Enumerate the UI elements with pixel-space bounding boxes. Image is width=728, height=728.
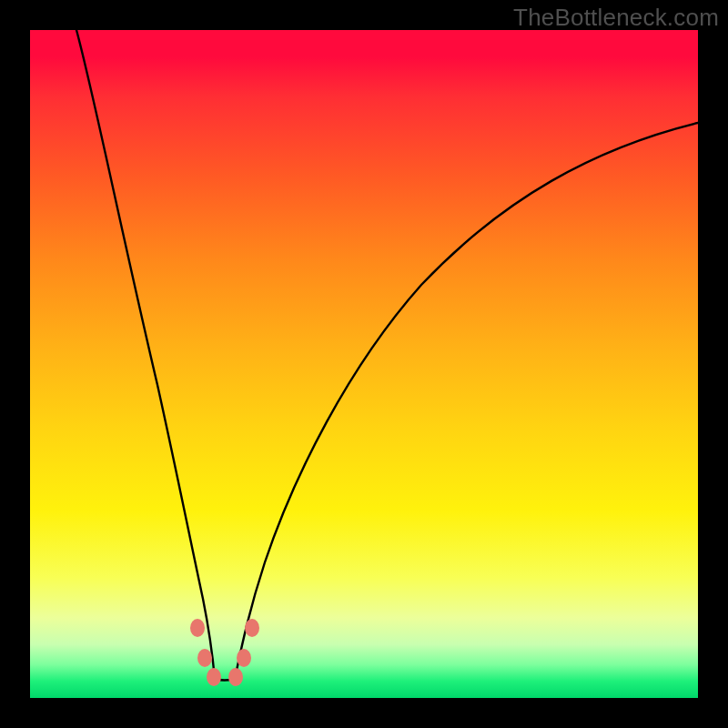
marker-dot	[228, 668, 243, 686]
marker-dot	[197, 649, 212, 667]
plot-area	[30, 30, 698, 698]
marker-dot	[207, 668, 221, 686]
marker-dot	[190, 619, 205, 637]
curve-right	[235, 123, 698, 679]
marker-dot	[237, 649, 251, 667]
marker-group	[190, 619, 259, 686]
curve-left	[76, 30, 215, 679]
bottleneck-curve	[30, 30, 698, 698]
watermark-text: TheBottleneck.com	[513, 4, 719, 32]
marker-dot	[245, 619, 259, 637]
chart-frame: TheBottleneck.com	[0, 0, 728, 728]
